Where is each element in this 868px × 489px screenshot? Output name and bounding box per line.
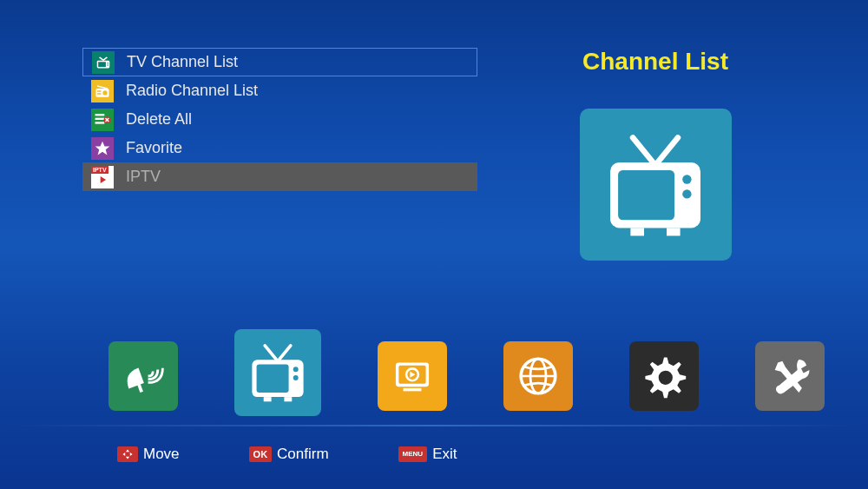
menu-badge: MENU [398, 446, 428, 462]
svg-rect-1 [98, 62, 106, 67]
divider [9, 425, 859, 426]
svg-point-14 [682, 175, 691, 183]
svg-rect-28 [404, 388, 422, 391]
svg-rect-17 [667, 228, 681, 235]
hint-exit: MENU Exit [398, 446, 457, 463]
page-title: Channel List [525, 48, 786, 76]
hint-label: Move [143, 446, 180, 463]
svg-rect-18 [137, 382, 143, 393]
svg-point-22 [293, 375, 299, 380]
ok-badge: OK [249, 446, 273, 462]
svg-point-5 [102, 90, 107, 95]
svg-rect-7 [97, 93, 102, 95]
title-area: Channel List [525, 48, 786, 261]
bottom-toolbar [108, 329, 786, 411]
svg-point-3 [107, 64, 108, 65]
menu-label: TV Channel List [127, 53, 238, 71]
hint-confirm: OK Confirm [249, 446, 329, 463]
svg-point-21 [293, 367, 299, 372]
svg-rect-6 [97, 90, 102, 92]
svg-point-15 [682, 189, 691, 198]
menu-item-radio-channel-list[interactable]: Radio Channel List [82, 76, 477, 105]
hint-label: Exit [432, 446, 457, 463]
svg-rect-13 [618, 170, 674, 220]
toolbar-channel[interactable] [234, 329, 321, 416]
star-icon [91, 137, 114, 160]
hint-bar: Move OK Confirm MENU Exit [117, 446, 457, 463]
svg-rect-24 [284, 397, 292, 401]
tv-icon [92, 51, 115, 74]
svg-point-32 [659, 371, 673, 385]
svg-rect-20 [257, 364, 289, 393]
tv-large-icon [599, 129, 712, 241]
menu-item-delete-all[interactable]: Delete All [82, 105, 477, 134]
preview-tile [580, 109, 732, 261]
svg-rect-8 [95, 114, 105, 116]
menu-label: Favorite [126, 139, 182, 157]
svg-rect-9 [95, 117, 105, 119]
toolbar-media[interactable] [378, 341, 447, 411]
radio-icon [91, 80, 114, 102]
toolbar-tools[interactable] [755, 341, 825, 411]
menu-item-favorite[interactable]: Favorite [82, 134, 477, 162]
svg-rect-10 [95, 122, 105, 123]
dpad-icon [117, 446, 138, 462]
svg-rect-23 [264, 397, 272, 401]
delete-icon [91, 109, 114, 131]
iptv-icon: IPTV [91, 166, 114, 188]
toolbar-network[interactable] [503, 341, 573, 411]
menu-label: IPTV [126, 168, 161, 186]
menu-list: TV Channel List Radio Channel List Delet… [82, 48, 477, 191]
menu-item-iptv[interactable]: IPTV IPTV [82, 162, 477, 191]
hint-move: Move [117, 446, 180, 463]
hint-label: Confirm [277, 446, 329, 463]
svg-point-2 [107, 63, 108, 63]
menu-label: Radio Channel List [126, 82, 258, 100]
menu-item-tv-channel-list[interactable]: TV Channel List [82, 48, 477, 76]
toolbar-settings[interactable] [629, 341, 699, 411]
menu-label: Delete All [126, 110, 192, 129]
svg-rect-16 [630, 228, 644, 235]
toolbar-satellite[interactable] [108, 341, 178, 411]
